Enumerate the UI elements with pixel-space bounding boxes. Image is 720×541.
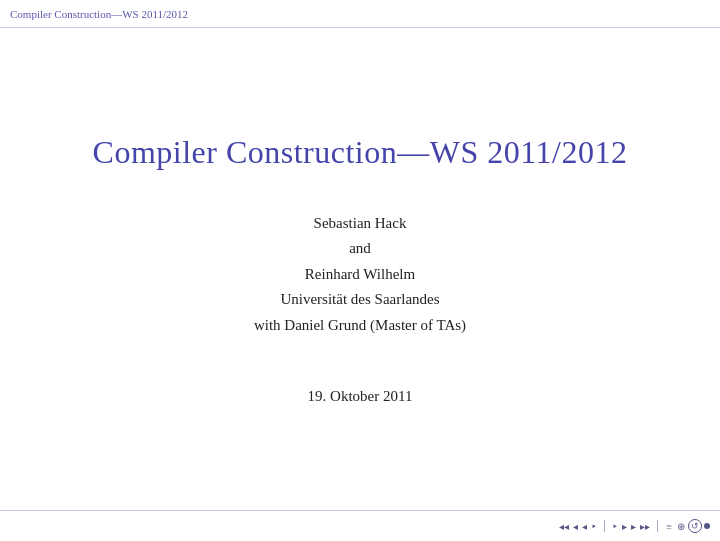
nav-first-button[interactable]: ◂◂ [558,521,570,532]
author2-name: Reinhard Wilhelm [254,262,466,288]
nav-list-icon[interactable]: ≡ [664,521,674,532]
nav-arrow-left-small[interactable]: ‣ [590,521,598,532]
affiliation: Universität des Saarlandes [254,287,466,313]
nav-separator-1 [604,520,605,532]
and-text: and [254,236,466,262]
nav-arrow-right-small[interactable]: ‣ [611,521,619,532]
nav-dot-indicator[interactable] [704,523,710,529]
nav-separator-2 [657,520,658,532]
nav-prev-page-button[interactable]: ◂ [572,521,579,532]
nav-next-page-button[interactable]: ▸ [630,521,637,532]
main-content: Compiler Construction—WS 2011/2012 Sebas… [0,28,720,511]
nav-last-button[interactable]: ▸▸ [639,521,651,532]
nav-next-button[interactable]: ▸ [621,521,628,532]
slide-title: Compiler Construction—WS 2011/2012 [93,134,628,171]
header-title: Compiler Construction—WS 2011/2012 [10,8,188,20]
header-bar: Compiler Construction—WS 2011/2012 [0,0,720,28]
nav-loop-button[interactable]: ↺ [688,519,702,533]
date-block: 19. Oktober 2011 [308,388,413,405]
nav-prev-button[interactable]: ◂ [581,521,588,532]
nav-bar: ◂◂ ◂ ◂ ‣ ‣ ▸ ▸ ▸▸ ≡ ⊕ ↺ [0,511,720,541]
nav-zoom-icon[interactable]: ⊕ [676,521,686,532]
presentation-date: 19. Oktober 2011 [308,388,413,405]
authors-block: Sebastian Hack and Reinhard Wilhelm Univ… [254,211,466,339]
collaborator: with Daniel Grund (Master of TAs) [254,313,466,339]
author1-name: Sebastian Hack [254,211,466,237]
nav-controls: ◂◂ ◂ ◂ ‣ ‣ ▸ ▸ ▸▸ ≡ ⊕ ↺ [558,519,710,533]
